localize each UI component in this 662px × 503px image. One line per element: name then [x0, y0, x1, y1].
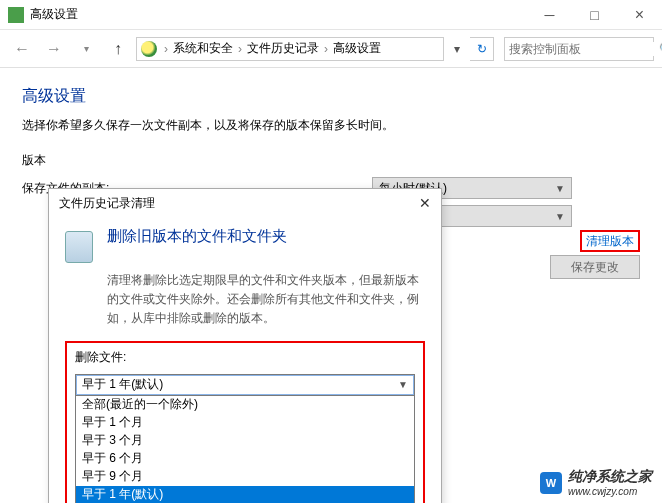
chevron-right-icon[interactable]: ›: [235, 42, 245, 56]
search-input[interactable]: [509, 42, 659, 56]
back-button[interactable]: ←: [8, 35, 36, 63]
close-button[interactable]: ×: [617, 0, 662, 30]
crumb-2[interactable]: 文件历史记录: [245, 40, 321, 57]
breadcrumb[interactable]: › 系统和安全 › 文件历史记录 › 高级设置: [136, 37, 444, 61]
chevron-down-icon: ▼: [398, 379, 408, 390]
history-dropdown[interactable]: ▾: [72, 35, 100, 63]
dialog-heading: 删除旧版本的文件和文件夹: [107, 227, 287, 246]
delete-file-label: 删除文件:: [75, 349, 415, 366]
recycle-bin-icon: [65, 225, 97, 263]
dropdown-option[interactable]: 早于 1 年(默认): [76, 486, 414, 503]
crumb-1[interactable]: 系统和安全: [171, 40, 235, 57]
window-title: 高级设置: [30, 6, 527, 23]
chevron-right-icon[interactable]: ›: [321, 42, 331, 56]
breadcrumb-dropdown[interactable]: ▾: [448, 42, 466, 56]
delete-file-selected: 早于 1 年(默认): [82, 376, 163, 393]
dropdown-option[interactable]: 早于 6 个月: [76, 450, 414, 468]
minimize-button[interactable]: ─: [527, 0, 572, 30]
chevron-right-icon[interactable]: ›: [161, 42, 171, 56]
refresh-button[interactable]: ↻: [470, 37, 494, 61]
dialog-title-text: 文件历史记录清理: [59, 195, 419, 212]
clean-versions-link[interactable]: 清理版本: [580, 230, 640, 252]
page-heading: 高级设置: [22, 86, 640, 107]
delete-file-dropdown: 全部(最近的一个除外)早于 1 个月早于 3 个月早于 6 个月早于 9 个月早…: [75, 396, 415, 503]
window-titlebar: 高级设置 ─ □ ×: [0, 0, 662, 30]
navigation-bar: ← → ▾ ↑ › 系统和安全 › 文件历史记录 › 高级设置 ▾ ↻ 🔍: [0, 30, 662, 68]
dialog-titlebar: 文件历史记录清理 ✕: [49, 189, 441, 217]
delete-file-select[interactable]: 早于 1 年(默认) ▼: [75, 374, 415, 396]
forward-button: →: [40, 35, 68, 63]
watermark-icon: W: [540, 472, 562, 494]
chevron-down-icon: ▼: [555, 183, 565, 194]
cleanup-dialog: 文件历史记录清理 ✕ 删除旧版本的文件和文件夹 清理将删除比选定期限早的文件和文…: [48, 188, 442, 503]
save-changes-button[interactable]: 保存更改: [550, 255, 640, 279]
crumb-3[interactable]: 高级设置: [331, 40, 383, 57]
chevron-down-icon: ▼: [555, 211, 565, 222]
dropdown-option[interactable]: 全部(最近的一个除外): [76, 396, 414, 414]
dialog-close-button[interactable]: ✕: [419, 195, 431, 211]
breadcrumb-icon: [141, 41, 157, 57]
page-subtitle: 选择你希望多久保存一次文件副本，以及将保存的版本保留多长时间。: [22, 117, 640, 134]
dropdown-option[interactable]: 早于 3 个月: [76, 432, 414, 450]
section-version-label: 版本: [22, 152, 640, 169]
maximize-button[interactable]: □: [572, 0, 617, 30]
dropdown-option[interactable]: 早于 9 个月: [76, 468, 414, 486]
watermark-url: www.cwjzy.com: [568, 486, 652, 497]
watermark-text: 纯净系统之家: [568, 468, 652, 486]
up-button[interactable]: ↑: [104, 35, 132, 63]
search-box[interactable]: 🔍: [504, 37, 654, 61]
dialog-description: 清理将删除比选定期限早的文件和文件夹版本，但最新版本的文件或文件夹除外。还会删除…: [107, 271, 425, 329]
delete-file-highlight: 删除文件: 早于 1 年(默认) ▼ 全部(最近的一个除外)早于 1 个月早于 …: [65, 341, 425, 503]
watermark: W 纯净系统之家 www.cwjzy.com: [540, 468, 652, 497]
dropdown-option[interactable]: 早于 1 个月: [76, 414, 414, 432]
app-icon: [8, 7, 24, 23]
